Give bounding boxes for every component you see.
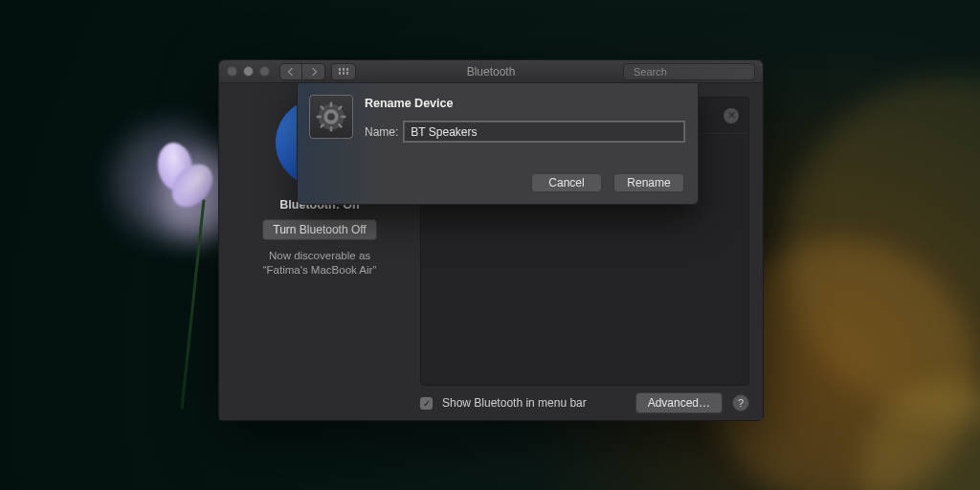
titlebar: Bluetooth [219, 60, 763, 83]
show-all-prefs-button[interactable] [331, 63, 356, 80]
cancel-button[interactable]: Cancel [531, 173, 602, 192]
advanced-button[interactable]: Advanced… [635, 392, 723, 413]
footer: ✓ Show Bluetooth in menu bar Advanced… ? [420, 386, 749, 420]
window-controls [227, 66, 270, 77]
settings-gear-icon [309, 95, 353, 139]
sheet-title: Rename Device [365, 97, 684, 110]
zoom-window-button[interactable] [259, 66, 270, 77]
nav-back-button[interactable] [279, 63, 302, 80]
name-field-label: Name: [365, 125, 398, 139]
rename-device-sheet: Rename Device Name: Cancel Rename [297, 82, 699, 205]
nav-forward-button[interactable] [302, 63, 325, 80]
help-button[interactable]: ? [732, 394, 749, 412]
discoverable-name: “Fatima's MacBook Air” [263, 264, 377, 276]
menubar-checkbox-label: Show Bluetooth in menu bar [442, 396, 587, 410]
menubar-checkbox[interactable]: ✓ [420, 397, 433, 410]
svg-point-12 [327, 113, 335, 121]
toggle-bluetooth-button[interactable]: Turn Bluetooth Off [262, 219, 376, 240]
search-input[interactable] [634, 66, 766, 78]
device-name-input[interactable] [404, 122, 684, 142]
rename-button[interactable]: Rename [613, 173, 684, 192]
discoverable-label: Now discoverable as [269, 250, 370, 261]
search-field[interactable] [623, 63, 755, 80]
close-window-button[interactable] [227, 66, 237, 77]
minimize-window-button[interactable] [243, 66, 254, 77]
remove-device-icon[interactable]: ✕ [724, 108, 739, 123]
